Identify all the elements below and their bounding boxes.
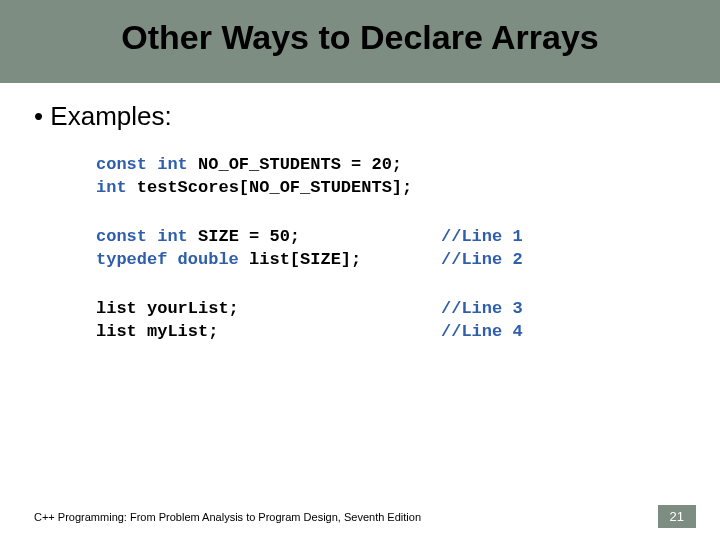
code-comment: //Line 1 [441, 226, 523, 249]
code-block-2: const int SIZE = 50; //Line 1 typedef do… [96, 226, 720, 272]
code-token: list myList; [96, 322, 218, 341]
code-token: testScores[NO_OF_STUDENTS]; [137, 178, 412, 197]
code-token: list yourList; [96, 299, 239, 318]
code-token: NO_OF_STUDENTS = 20; [198, 155, 402, 174]
slide-title: Other Ways to Declare Arrays [0, 18, 720, 57]
code-token: list[SIZE]; [249, 250, 361, 269]
bullet-examples: • Examples: [34, 101, 720, 132]
code-block-1: const int NO_OF_STUDENTS = 20; int testS… [96, 154, 720, 200]
code-line: int testScores[NO_OF_STUDENTS]; [96, 177, 720, 200]
code-comment: //Line 4 [441, 321, 523, 344]
code-block-3: list yourList; //Line 3 list myList; //L… [96, 298, 720, 344]
footer-text: C++ Programming: From Problem Analysis t… [34, 511, 421, 523]
code-comment: //Line 2 [441, 249, 523, 272]
footer: C++ Programming: From Problem Analysis t… [0, 505, 720, 528]
title-band: Other Ways to Declare Arrays [0, 0, 720, 83]
code-comment: //Line 3 [441, 298, 523, 321]
code-line: const int SIZE = 50; //Line 1 [96, 226, 720, 249]
code-area: const int NO_OF_STUDENTS = 20; int testS… [34, 132, 720, 344]
code-line: const int NO_OF_STUDENTS = 20; [96, 154, 720, 177]
code-keyword: int [96, 178, 137, 197]
code-line: typedef double list[SIZE]; //Line 2 [96, 249, 720, 272]
code-keyword: const int [96, 155, 198, 174]
page-number: 21 [658, 505, 696, 528]
bullet-text: Examples: [50, 101, 171, 131]
code-line: list myList; //Line 4 [96, 321, 720, 344]
content-area: • Examples: const int NO_OF_STUDENTS = 2… [0, 83, 720, 344]
code-keyword: typedef double [96, 250, 249, 269]
code-line: list yourList; //Line 3 [96, 298, 720, 321]
code-token: SIZE = 50; [198, 227, 300, 246]
code-keyword: const int [96, 227, 198, 246]
